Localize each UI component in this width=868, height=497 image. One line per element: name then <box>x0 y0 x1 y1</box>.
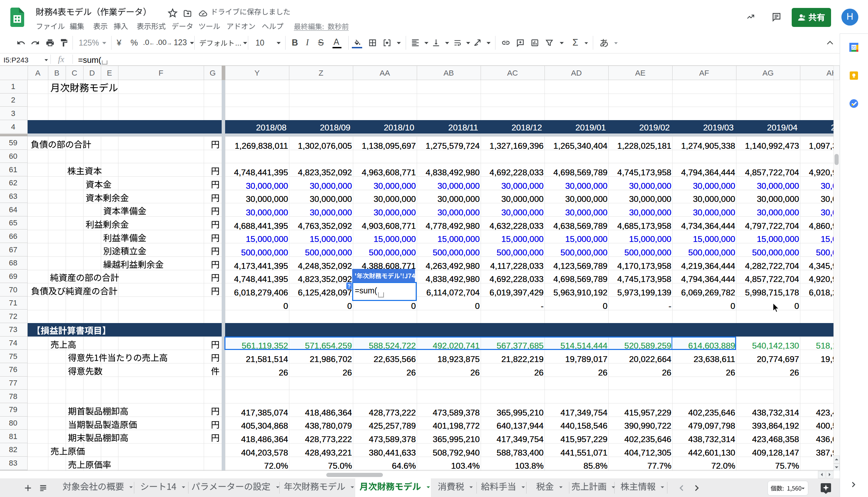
svg-text:31: 31 <box>852 45 856 49</box>
